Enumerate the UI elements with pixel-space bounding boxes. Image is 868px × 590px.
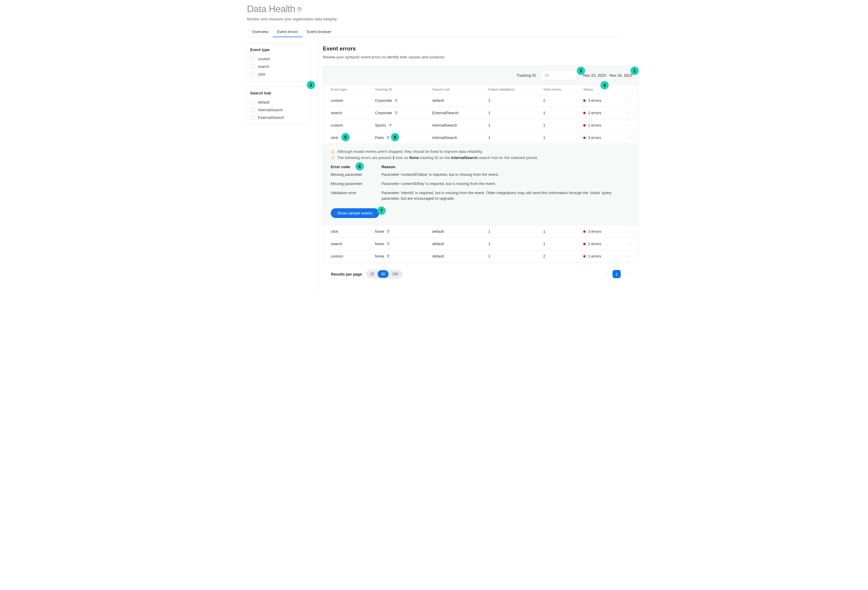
col-header-total-events[interactable]: Total events (543, 88, 583, 91)
cell-failed: 1 (488, 254, 543, 258)
page-subtitle: Monitor and measure your organization da… (247, 17, 621, 21)
table-row[interactable]: custom Corporate default 1 2 3 errors (323, 94, 638, 107)
lightbulb-icon (331, 156, 335, 160)
cell-search-hub: InternalSearch (432, 136, 488, 140)
checkbox-icon (250, 108, 255, 112)
pager-page-1[interactable]: 1 (613, 270, 621, 278)
status-dot-icon (583, 230, 586, 233)
filter-icon[interactable] (387, 255, 390, 258)
table-row[interactable]: click 5 Parts 8 InternalSearch 1 1 3 err… (323, 131, 638, 144)
cell-event-type: search (331, 111, 375, 115)
facet-option-click[interactable]: click (250, 70, 306, 78)
cell-total: 1 (543, 136, 583, 140)
facet-event-type: Event type custom search click (246, 43, 311, 81)
cell-failed: 1 (488, 242, 543, 246)
detail-info-text: The following errors are present 1 time … (337, 155, 538, 160)
filter-icon[interactable] (387, 230, 390, 233)
tab-event-errors[interactable]: Event errors (277, 28, 298, 37)
chevron-down-icon[interactable] (627, 124, 632, 127)
cell-event-type: click (331, 229, 375, 234)
chevron-down-icon[interactable] (627, 99, 632, 102)
results-per-page-label: Results per page (331, 272, 362, 276)
cell-total: 1 (543, 123, 583, 127)
tab-overview[interactable]: Overview (252, 28, 268, 37)
facet-title: Event type (250, 47, 306, 52)
detail-reason: Parameter 'contentIDValue' is required, … (381, 172, 630, 178)
annotation-bubble: 8 (391, 133, 399, 141)
cell-search-hub: InternalSearch (432, 123, 488, 127)
tracking-id-input[interactable] (540, 70, 579, 80)
cell-event-type: search (331, 242, 375, 246)
results-per-page-segment: 25 50 100 (366, 270, 402, 279)
facet-option-externalsearch[interactable]: ExternalSearch (250, 114, 306, 121)
status-dot-icon (583, 255, 586, 258)
table-row[interactable]: search None default 1 1 1 errors (323, 238, 638, 250)
table-header: Event type Tracking ID Search hub Failed… (323, 85, 638, 94)
chevron-up-icon[interactable] (627, 136, 632, 140)
filter-icon[interactable] (394, 111, 398, 115)
chevron-down-icon[interactable] (627, 230, 632, 233)
cell-status: 1 errors (588, 123, 601, 127)
col-header-event-type[interactable]: Event type (331, 88, 375, 91)
cell-tracking-id: Parts (375, 136, 384, 140)
filter-icon[interactable] (394, 99, 398, 102)
cell-search-hub: default (432, 229, 488, 234)
detail-header-reason: Reason (381, 165, 630, 169)
cell-status: 3 errors (588, 98, 601, 103)
rpp-option-50[interactable]: 50 (378, 270, 388, 278)
info-icon[interactable] (297, 7, 301, 11)
facet-option-search[interactable]: search (250, 62, 306, 70)
cell-tracking-id: Corporate (375, 98, 392, 103)
svg-point-1 (300, 10, 300, 10)
cell-total: 1 (543, 229, 583, 234)
errors-table: Event type Tracking ID Search hub Failed… (323, 85, 638, 263)
cell-failed: 1 (488, 111, 543, 115)
filter-icon[interactable] (388, 124, 392, 127)
filter-icon[interactable] (386, 136, 390, 140)
checkbox-icon (250, 115, 255, 120)
date-range-picker[interactable]: Nov 23, 2023 - Nov 24, 2023 (583, 73, 632, 78)
detail-reason: Parameter 'contentIDKey' is required, bu… (381, 181, 630, 187)
cell-tracking-id: Sports (375, 123, 386, 127)
cell-failed: 1 (488, 98, 543, 103)
col-header-failed-validations[interactable]: Failed validations (488, 88, 543, 91)
table-row[interactable]: custom None default 1 2 1 errors (323, 250, 638, 262)
pager-next-button[interactable] (623, 270, 630, 278)
facet-title: Search hub (250, 91, 306, 95)
cell-failed: 1 (488, 229, 543, 234)
tracking-id-label: Tracking ID (517, 73, 536, 78)
cell-search-hub: ExternalSearch (432, 111, 488, 115)
rpp-option-25[interactable]: 25 (367, 270, 378, 278)
facet-option-label: custom (258, 57, 270, 61)
cell-event-type: custom (331, 123, 375, 127)
table-row[interactable]: custom Sports InternalSearch 1 1 1 error… (323, 119, 638, 131)
facet-option-default[interactable]: default (250, 98, 306, 106)
filter-icon[interactable] (387, 242, 390, 246)
cell-status: 3 errors (588, 136, 601, 140)
cell-tracking-id: None (375, 229, 384, 234)
checkbox-icon (250, 64, 255, 69)
rpp-option-100[interactable]: 100 (388, 270, 402, 278)
chevron-down-icon[interactable] (627, 255, 632, 258)
status-dot-icon (583, 243, 586, 245)
sidebar: Event type custom search click 2 Search … (239, 37, 318, 290)
chevron-down-icon[interactable] (627, 111, 632, 115)
cell-tracking-id: Corporate (375, 111, 392, 115)
cell-total: 2 (543, 254, 583, 258)
checkbox-icon (250, 100, 255, 105)
chevron-down-icon[interactable] (627, 242, 632, 246)
tab-event-browser[interactable]: Event browser (307, 28, 331, 37)
detail-header-error-code: Error code 6 (331, 165, 381, 169)
col-header-search-hub[interactable]: Search hub (432, 88, 488, 91)
table-row[interactable]: click None default 1 1 3 errors (323, 226, 638, 238)
facet-option-internalsearch[interactable]: InternalSearch (250, 106, 306, 114)
show-sample-events-button[interactable]: Show sample events (331, 208, 379, 218)
table-row[interactable]: search Corporate ExternalSearch 1 1 1 er… (323, 107, 638, 119)
annotation-bubble: 5 (341, 133, 350, 141)
col-header-tracking-id[interactable]: Tracking ID (375, 88, 432, 91)
main-content: Event errors Review your syntactic event… (318, 37, 643, 290)
pager-prev-button[interactable] (603, 270, 611, 278)
cell-status: 1 errors (588, 242, 601, 246)
facet-option-custom[interactable]: custom (250, 55, 306, 62)
checkbox-icon (250, 56, 255, 61)
